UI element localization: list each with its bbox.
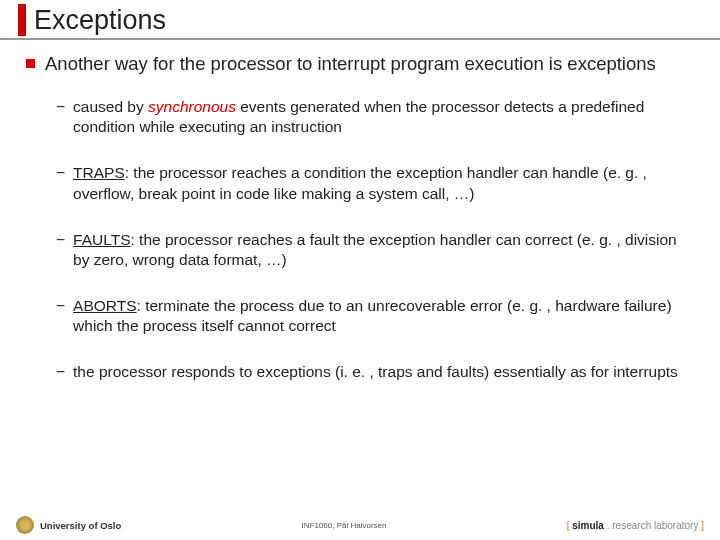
list-item-text: ABORTS: terminate the process due to an … — [73, 296, 694, 336]
brand-name: simula — [572, 520, 604, 531]
item-label: FAULTS — [73, 231, 130, 248]
list-item: − TRAPS: the processor reaches a conditi… — [56, 163, 694, 203]
item-label: ABORTS — [73, 297, 136, 314]
uio-seal-icon — [16, 516, 34, 534]
bracket-close: ] — [698, 520, 704, 531]
footer-simula: [ simula . research laboratory ] — [567, 520, 704, 531]
item-body: : the processor reaches a fault the exce… — [73, 231, 677, 268]
footer-course: INF1060, Pål Halvorsen — [302, 521, 387, 530]
footer-university: University of Oslo — [40, 520, 121, 531]
sub-list: − caused by synchronous events generated… — [26, 97, 694, 382]
dash-icon: − — [56, 97, 65, 117]
footer-left: University of Oslo — [16, 516, 121, 534]
list-item: − ABORTS: terminate the process due to a… — [56, 296, 694, 336]
title-accent — [18, 4, 26, 36]
main-bullet: Another way for the processor to interru… — [26, 52, 694, 75]
list-item: − FAULTS: the processor reaches a fault … — [56, 230, 694, 270]
list-item: − the processor responds to exceptions (… — [56, 362, 694, 382]
footer: University of Oslo INF1060, Pål Halvorse… — [0, 516, 720, 534]
list-item-text: caused by synchronous events generated w… — [73, 97, 694, 137]
dash-icon: − — [56, 296, 65, 316]
bullet-square-icon — [26, 59, 35, 68]
item-body: : the processor reaches a condition the … — [73, 164, 647, 201]
text-emph: synchronous — [148, 98, 236, 115]
content-area: Another way for the processor to interru… — [0, 40, 720, 382]
item-label: TRAPS — [73, 164, 125, 181]
dash-icon: − — [56, 230, 65, 250]
dash-icon: − — [56, 163, 65, 183]
list-item-text: the processor responds to exceptions (i.… — [73, 362, 678, 382]
title-bar: Exceptions — [0, 0, 720, 40]
slide-title: Exceptions — [34, 5, 166, 36]
text-pre: caused by — [73, 98, 148, 115]
list-item: − caused by synchronous events generated… — [56, 97, 694, 137]
dash-icon: − — [56, 362, 65, 382]
list-item-text: TRAPS: the processor reaches a condition… — [73, 163, 694, 203]
list-item-text: FAULTS: the processor reaches a fault th… — [73, 230, 694, 270]
brand-lab: research laboratory — [612, 520, 698, 531]
main-bullet-text: Another way for the processor to interru… — [45, 52, 656, 75]
item-body: : terminate the process due to an unreco… — [73, 297, 671, 334]
